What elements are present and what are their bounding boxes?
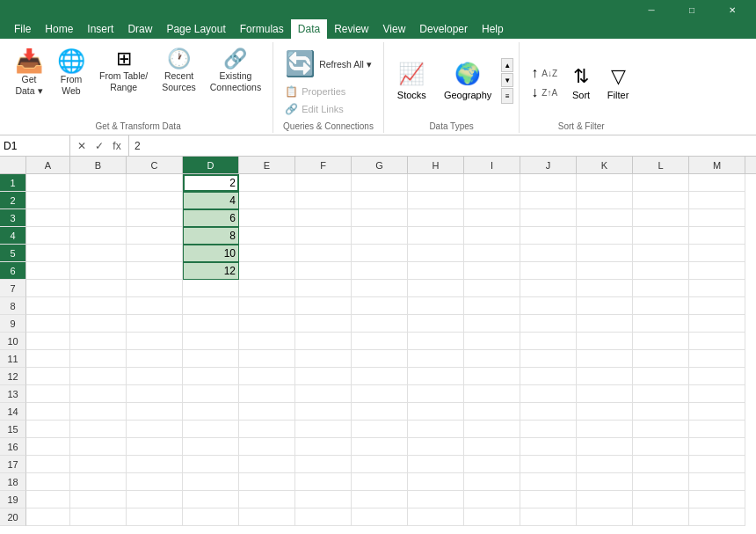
cell-A4[interactable]: [26, 227, 70, 245]
cell-E1[interactable]: [239, 174, 295, 192]
menu-data[interactable]: Data: [291, 19, 327, 39]
cell-F6[interactable]: [295, 262, 352, 280]
cell-I1[interactable]: [464, 174, 520, 192]
menu-insert[interactable]: Insert: [80, 19, 120, 39]
row-num-14[interactable]: 14: [0, 403, 26, 421]
cell-K16[interactable]: [577, 438, 633, 456]
cell-I12[interactable]: [464, 368, 520, 385]
col-header-d[interactable]: D: [183, 157, 239, 173]
row-num-6[interactable]: 6: [0, 262, 26, 280]
cell-J12[interactable]: [520, 368, 577, 385]
cell-M2[interactable]: [689, 192, 745, 209]
cell-D11[interactable]: [183, 350, 239, 368]
cell-C16[interactable]: [127, 438, 183, 456]
geography-button[interactable]: 🌍 Geography: [436, 51, 499, 111]
cell-F10[interactable]: [295, 333, 352, 350]
cell-I15[interactable]: [464, 421, 520, 438]
cell-D5[interactable]: 10: [183, 245, 239, 262]
cell-L1[interactable]: [633, 174, 689, 192]
cell-J18[interactable]: [520, 473, 577, 491]
sort-desc-button[interactable]: ↓ Z↑A: [527, 84, 562, 101]
cell-L5[interactable]: [633, 245, 689, 262]
cell-A14[interactable]: [26, 403, 70, 421]
row-num-17[interactable]: 17: [0, 456, 26, 473]
cell-K20[interactable]: [577, 508, 633, 526]
cell-K2[interactable]: [577, 192, 633, 209]
cell-K5[interactable]: [577, 245, 633, 262]
cell-E11[interactable]: [239, 350, 295, 368]
cell-G13[interactable]: [352, 385, 408, 403]
cell-B13[interactable]: [70, 385, 127, 403]
cell-K13[interactable]: [577, 385, 633, 403]
scroll-down-button[interactable]: ▼: [501, 73, 513, 87]
cell-F5[interactable]: [295, 245, 352, 262]
cell-H9[interactable]: [408, 315, 464, 333]
cell-C15[interactable]: [127, 421, 183, 438]
cell-K15[interactable]: [577, 421, 633, 438]
col-header-a[interactable]: A: [26, 157, 70, 173]
cell-I16[interactable]: [464, 438, 520, 456]
cell-A6[interactable]: [26, 262, 70, 280]
cell-E7[interactable]: [239, 280, 295, 297]
cell-H1[interactable]: [408, 174, 464, 192]
cell-H20[interactable]: [408, 508, 464, 526]
col-header-m[interactable]: M: [689, 157, 745, 173]
cell-F19[interactable]: [295, 491, 352, 508]
cell-G4[interactable]: [352, 227, 408, 245]
row-num-2[interactable]: 2: [0, 192, 26, 209]
cell-J6[interactable]: [520, 262, 577, 280]
cell-E8[interactable]: [239, 297, 295, 315]
col-header-f[interactable]: F: [295, 157, 352, 173]
cell-K12[interactable]: [577, 368, 633, 385]
cell-B16[interactable]: [70, 438, 127, 456]
cell-M15[interactable]: [689, 421, 745, 438]
cell-I9[interactable]: [464, 315, 520, 333]
cell-A10[interactable]: [26, 333, 70, 350]
cell-H6[interactable]: [408, 262, 464, 280]
menu-page-layout[interactable]: Page Layout: [159, 19, 232, 39]
col-header-c[interactable]: C: [127, 157, 183, 173]
row-num-20[interactable]: 20: [0, 508, 26, 526]
cell-C17[interactable]: [127, 456, 183, 473]
cell-K6[interactable]: [577, 262, 633, 280]
cell-C19[interactable]: [127, 491, 183, 508]
row-num-13[interactable]: 13: [0, 385, 26, 403]
cell-C6[interactable]: [127, 262, 183, 280]
row-num-10[interactable]: 10: [0, 333, 26, 350]
cell-A2[interactable]: [26, 192, 70, 209]
cell-I20[interactable]: [464, 508, 520, 526]
cell-A15[interactable]: [26, 421, 70, 438]
cell-E20[interactable]: [239, 508, 295, 526]
cell-H11[interactable]: [408, 350, 464, 368]
cell-G5[interactable]: [352, 245, 408, 262]
cell-D20[interactable]: [183, 508, 239, 526]
cell-I3[interactable]: [464, 209, 520, 227]
cell-D16[interactable]: [183, 438, 239, 456]
filter-button[interactable]: ▽ Filter: [600, 55, 636, 111]
cell-L3[interactable]: [633, 209, 689, 227]
close-button[interactable]: ✕: [712, 0, 752, 19]
cell-C8[interactable]: [127, 297, 183, 315]
refresh-all-button[interactable]: 🔄 Refresh All ▾: [279, 46, 378, 83]
cell-M9[interactable]: [689, 315, 745, 333]
cell-C7[interactable]: [127, 280, 183, 297]
cell-J3[interactable]: [520, 209, 577, 227]
cell-H2[interactable]: [408, 192, 464, 209]
scroll-more-button[interactable]: ≡: [501, 88, 513, 104]
cell-L20[interactable]: [633, 508, 689, 526]
cell-G16[interactable]: [352, 438, 408, 456]
col-header-b[interactable]: B: [70, 157, 127, 173]
cell-G8[interactable]: [352, 297, 408, 315]
cell-H10[interactable]: [408, 333, 464, 350]
cell-C1[interactable]: [127, 174, 183, 192]
cell-M13[interactable]: [689, 385, 745, 403]
cell-A1[interactable]: [26, 174, 70, 192]
cell-H17[interactable]: [408, 456, 464, 473]
cell-B6[interactable]: [70, 262, 127, 280]
cell-D15[interactable]: [183, 421, 239, 438]
cell-C10[interactable]: [127, 333, 183, 350]
sort-asc-button[interactable]: ↑ A↓Z: [527, 64, 562, 82]
col-header-h[interactable]: H: [408, 157, 464, 173]
cell-C20[interactable]: [127, 508, 183, 526]
cell-B10[interactable]: [70, 333, 127, 350]
